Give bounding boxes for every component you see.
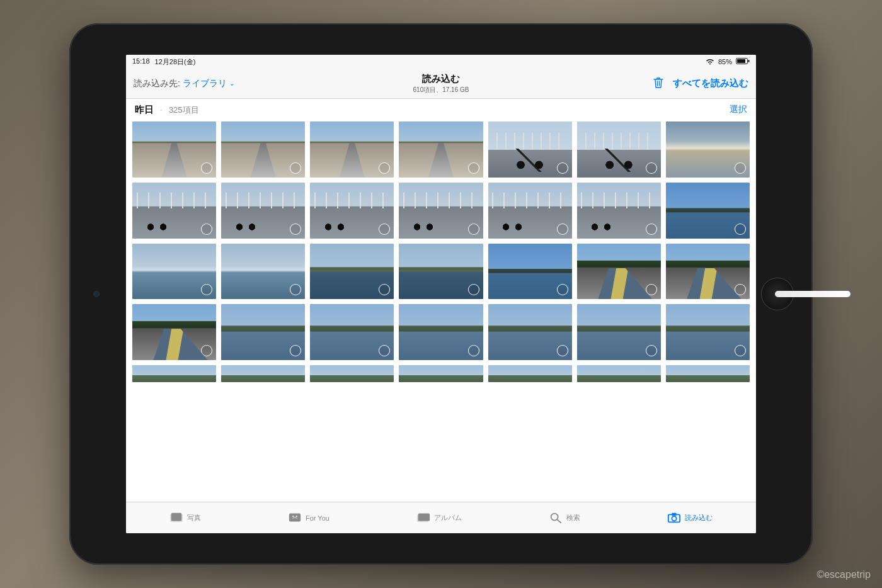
svg-rect-1 <box>737 59 745 63</box>
dest-label: 読み込み先: <box>134 78 180 89</box>
tab-label: For You <box>306 514 329 522</box>
selection-circle-icon[interactable] <box>735 345 746 356</box>
tab-foryou[interactable]: For You <box>288 512 329 524</box>
selection-circle-icon[interactable] <box>468 162 479 174</box>
selection-circle-icon[interactable] <box>735 223 746 235</box>
foryou-icon <box>288 512 302 524</box>
section-count: 325項目 <box>169 105 199 116</box>
photo-thumbnail[interactable] <box>577 365 661 382</box>
selection-circle-icon[interactable] <box>468 345 479 356</box>
selection-circle-icon[interactable] <box>290 345 301 356</box>
selection-circle-icon[interactable] <box>379 223 390 235</box>
photo-thumbnail[interactable] <box>221 365 305 382</box>
photo-thumbnail[interactable] <box>310 244 394 300</box>
page-title: 読み込む <box>413 73 469 85</box>
photo-thumbnail[interactable] <box>666 122 750 178</box>
chevron-down-icon: ⌄ <box>229 80 234 87</box>
section-day: 昨日 <box>135 104 154 116</box>
trash-icon[interactable] <box>653 76 664 91</box>
watermark: ©escapetrip <box>816 569 871 580</box>
tab-import[interactable]: 読み込む <box>667 512 713 524</box>
selection-circle-icon[interactable] <box>646 162 657 174</box>
tab-label: 写真 <box>187 513 201 523</box>
svg-rect-13 <box>672 512 676 516</box>
photo-thumbnail[interactable] <box>221 122 305 178</box>
photo-grid <box>132 122 750 360</box>
photos-icon <box>169 512 183 524</box>
select-button[interactable]: 選択 <box>730 104 747 115</box>
battery-icon <box>736 58 750 65</box>
selection-circle-icon[interactable] <box>379 162 390 174</box>
svg-point-14 <box>672 516 676 521</box>
photo-thumbnail[interactable] <box>132 244 216 300</box>
tab-bar: 写真For Youアルバム検索読み込む <box>126 502 756 533</box>
tab-label: 読み込む <box>685 513 713 523</box>
selection-circle-icon[interactable] <box>201 284 212 295</box>
selection-circle-icon[interactable] <box>468 223 479 235</box>
photo-thumbnail[interactable] <box>399 183 483 239</box>
selection-circle-icon[interactable] <box>735 284 746 295</box>
selection-circle-icon[interactable] <box>735 162 746 174</box>
selection-circle-icon[interactable] <box>201 223 212 235</box>
selection-circle-icon[interactable] <box>468 284 479 295</box>
svg-rect-4 <box>171 512 182 521</box>
photo-thumbnail[interactable] <box>221 304 305 360</box>
photo-thumbnail[interactable] <box>132 183 216 239</box>
photo-thumbnail[interactable] <box>488 304 572 360</box>
photo-thumbnail[interactable] <box>310 365 394 382</box>
photo-thumbnail[interactable] <box>488 365 572 382</box>
photo-thumbnail[interactable] <box>577 122 661 178</box>
photo-thumbnail[interactable] <box>399 365 483 382</box>
tab-search[interactable]: 検索 <box>549 512 580 524</box>
photo-thumbnail[interactable] <box>310 183 394 239</box>
photo-thumbnail[interactable] <box>577 183 661 239</box>
selection-circle-icon[interactable] <box>557 162 568 174</box>
photo-thumbnail[interactable] <box>132 304 216 360</box>
photo-thumbnail[interactable] <box>132 365 216 382</box>
photo-thumbnail[interactable] <box>666 365 750 382</box>
photo-thumbnail[interactable] <box>577 304 661 360</box>
selection-circle-icon[interactable] <box>290 284 301 295</box>
import-destination[interactable]: 読み込み先: ライブラリ ⌄ <box>134 78 413 89</box>
selection-circle-icon[interactable] <box>290 162 301 174</box>
photo-thumbnail[interactable] <box>399 244 483 300</box>
photo-thumbnail[interactable] <box>310 304 394 360</box>
front-camera <box>93 291 100 297</box>
photo-thumbnail[interactable] <box>577 244 661 300</box>
selection-circle-icon[interactable] <box>646 223 657 235</box>
svg-point-10 <box>551 513 558 520</box>
page-subtitle: 610項目、17.16 GB <box>413 86 469 94</box>
wifi-icon <box>706 59 714 65</box>
tab-photos[interactable]: 写真 <box>169 512 201 524</box>
ipad-frame: 15:18 12月28日(金) 85% 読み込み先: ライブラリ ⌄ 読 <box>69 23 813 565</box>
selection-circle-icon[interactable] <box>646 284 657 295</box>
photo-thumbnail[interactable] <box>399 122 483 178</box>
photo-thumbnail[interactable] <box>666 304 750 360</box>
photo-thumbnail[interactable] <box>132 122 216 178</box>
photo-thumbnail[interactable] <box>666 183 750 239</box>
photo-thumbnail[interactable] <box>221 244 305 300</box>
selection-circle-icon[interactable] <box>557 284 568 295</box>
photo-thumbnail[interactable] <box>399 304 483 360</box>
selection-circle-icon[interactable] <box>646 345 657 356</box>
selection-circle-icon[interactable] <box>557 223 568 235</box>
photo-thumbnail[interactable] <box>221 183 305 239</box>
selection-circle-icon[interactable] <box>379 284 390 295</box>
svg-line-11 <box>558 519 561 523</box>
selection-circle-icon[interactable] <box>557 345 568 356</box>
selection-circle-icon[interactable] <box>290 223 301 235</box>
tab-albums[interactable]: アルバム <box>416 512 462 524</box>
photo-thumbnail[interactable] <box>666 244 750 300</box>
photo-thumbnail[interactable] <box>488 122 572 178</box>
import-all-button[interactable]: すべてを読み込む <box>673 77 748 89</box>
svg-rect-2 <box>748 60 750 62</box>
dest-value: ライブラリ <box>183 78 227 89</box>
selection-circle-icon[interactable] <box>379 345 390 356</box>
selection-circle-icon[interactable] <box>201 345 212 356</box>
photo-thumbnail[interactable] <box>488 183 572 239</box>
photo-grid-container[interactable] <box>126 120 756 502</box>
selection-circle-icon[interactable] <box>201 162 212 174</box>
tab-label: アルバム <box>434 513 462 523</box>
photo-thumbnail[interactable] <box>310 122 394 178</box>
photo-thumbnail[interactable] <box>488 244 572 300</box>
